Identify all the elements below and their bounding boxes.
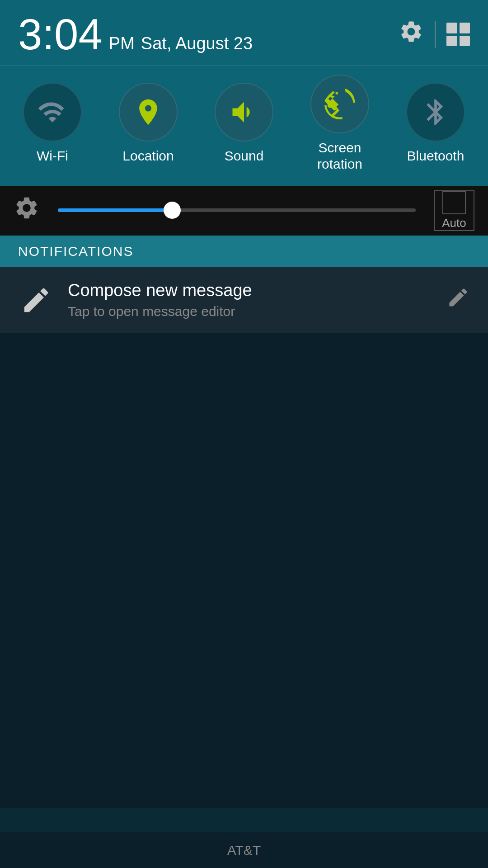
notification-content-0: Compose new message Tap to open message … [68,281,433,319]
toggle-sound-label: Sound [225,148,264,164]
notification-compose-icon [18,282,54,318]
toggle-bluetooth-label: Bluetooth [407,148,465,164]
grid-icon[interactable] [446,23,470,46]
notifications-title: NOTIFICATIONS [18,244,133,259]
notification-subtitle-0: Tap to open message editor [68,304,433,319]
notification-title-0: Compose new message [68,281,433,300]
brightness-settings-icon[interactable] [14,195,40,226]
toggle-sound[interactable]: Sound [206,83,282,164]
quick-toggles-panel: Wi-Fi Location Sound Screen rotation [0,65,488,186]
brightness-track [58,208,416,212]
notifications-header: NOTIFICATIONS [0,236,488,267]
clock-date: Sat, August 23 [141,34,253,53]
toggle-location-label: Location [122,148,174,164]
time-section: 3:04 PM Sat, August 23 [18,13,253,56]
status-icons [399,19,470,50]
settings-icon[interactable] [399,19,424,50]
auto-label: Auto [442,216,466,230]
notification-action-icon[interactable] [446,286,470,314]
carrier-name: AT&T [227,843,261,858]
toggle-bluetooth-circle[interactable] [406,83,465,142]
toggle-location-circle[interactable] [119,83,178,142]
brightness-row: Auto [0,186,488,236]
auto-brightness-button[interactable]: Auto [434,190,474,231]
brightness-fill [58,208,172,212]
brightness-slider[interactable] [58,208,416,213]
toggle-screen-rotation-circle[interactable] [310,75,369,133]
toggle-wifi-circle[interactable] [23,83,82,142]
toggle-wifi[interactable]: Wi-Fi [14,83,91,164]
clock-time: 3:04 [18,13,103,56]
toggle-location[interactable]: Location [110,83,187,164]
background-area [0,333,488,808]
brightness-thumb[interactable] [164,202,181,219]
notification-item-0[interactable]: Compose new message Tap to open message … [0,267,488,333]
auto-checkbox[interactable] [442,191,466,214]
toggle-screen-rotation-label: Screen rotation [317,140,362,172]
carrier-bar: AT&T [0,832,488,868]
toggle-sound-circle[interactable] [215,83,273,142]
toggle-wifi-label: Wi-Fi [37,148,68,164]
toggle-screen-rotation[interactable]: Screen rotation [301,75,378,172]
status-divider [435,21,436,48]
toggle-bluetooth[interactable]: Bluetooth [397,83,474,164]
status-bar: 3:04 PM Sat, August 23 [0,0,488,65]
clock-ampm: PM [109,34,135,53]
